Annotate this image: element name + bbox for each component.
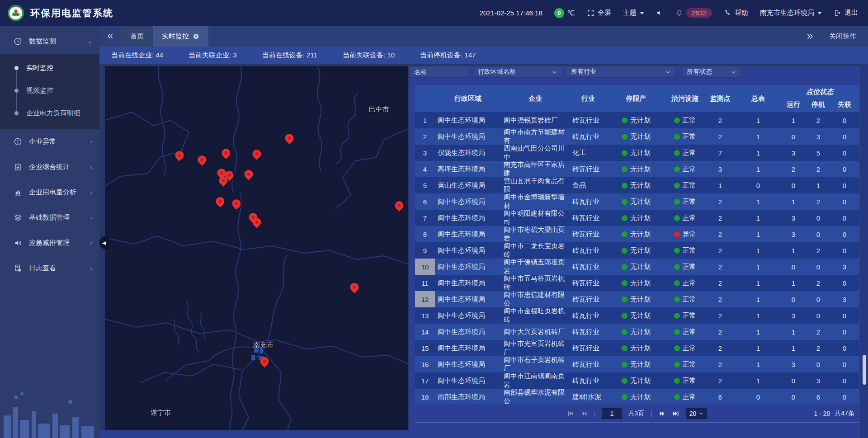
close-icon[interactable] (193, 33, 199, 40)
table-row[interactable]: 13阆中生态环境局阆中市金福旺页岩机砖砖瓦行业无计划正常21300 (415, 307, 859, 324)
tab-realtime-monitor[interactable]: 实时监控 (153, 26, 208, 47)
region-select[interactable]: 行政区域名称 (473, 66, 562, 78)
chevron-left-icon: ‹ (90, 240, 92, 246)
last-page-button[interactable] (672, 410, 679, 417)
double-chevron-right-icon[interactable] (806, 33, 814, 40)
sidebar-item-7[interactable]: 日志查看‹ (0, 255, 99, 281)
table-row[interactable]: 12阆中生态环境局阆中市忠信建材有限公砖瓦行业无计划正常21003 (415, 291, 859, 307)
cell-points: 2 (704, 324, 736, 340)
status-dot-green (674, 329, 680, 335)
industry-select[interactable]: 所有行业 (566, 66, 676, 78)
table-row[interactable]: 11阆中生态环境局阆中市五马桥页岩机砖砖瓦行业无计划正常21120 (415, 275, 859, 291)
table-row[interactable]: 14阆中生态环境局阆中大兴页岩机砖厂砖瓦行业无计划正常21120 (415, 324, 859, 340)
cell-facility-label: 正常 (683, 393, 696, 401)
cell-meters: 1 (736, 275, 780, 291)
cell-limit-label: 无计划 (630, 132, 651, 141)
table-row[interactable]: 4高坪生态环境局南充市高坪区王家店建砖瓦行业无计划正常31220 (415, 161, 859, 177)
status-select[interactable]: 所有状态 (682, 66, 741, 78)
cell-stop: 2 (807, 340, 830, 356)
sidebar-item-1[interactable]: 数据监测⌄ (0, 28, 99, 54)
logout-button[interactable]: 退出 (834, 9, 858, 17)
cell-facility-label: 正常 (683, 263, 696, 271)
sidebar-subitem-1[interactable]: 实时监控 (0, 57, 99, 79)
table-row[interactable]: 7阆中生态环境局阆中明阳建材有限公司砖瓦行业无计划正常21300 (415, 210, 859, 226)
notification-area[interactable]: 2632 (675, 8, 712, 18)
bullet-icon (14, 66, 19, 70)
sidebar-item-6[interactable]: 应急减排管理‹ (0, 230, 99, 255)
table-row[interactable]: 6阆中生态环境局阆中市金博瑞新型墙材砖瓦行业无计划正常21120 (415, 193, 859, 210)
first-page-button[interactable] (567, 410, 574, 417)
total-pages-label: 共3页 (628, 410, 644, 418)
cell-meters: 1 (736, 356, 780, 372)
cell-meters: 1 (736, 128, 780, 145)
col-lost: 失联 (830, 97, 859, 112)
tab-home[interactable]: 首页 (121, 26, 153, 47)
table-row[interactable]: 2阆中生态环境局阆中市南方节能建材有砖瓦行业无计划正常21030 (415, 128, 859, 145)
temperature-unit: ℃ (567, 9, 575, 17)
cell-facility-label: 正常 (683, 198, 696, 206)
org-dropdown[interactable]: 南充市生态环境局 (760, 9, 822, 17)
cell-limit: 无计划 (607, 242, 665, 259)
close-operations-button[interactable]: 关闭操作 (829, 32, 856, 41)
map-city-label: 遂宁市 (151, 409, 171, 417)
bullet-icon (14, 111, 19, 115)
status-dot-green (674, 134, 680, 140)
table-row[interactable]: 9阆中生态环境局阆中市二龙长宝页岩砖砖瓦行业无计划正常21120 (415, 242, 859, 259)
sidebar-item-4[interactable]: 企业用电量分析‹ (0, 179, 99, 205)
gauge-icon (14, 37, 22, 46)
pager-divider: | (651, 410, 652, 417)
cell-run: 0 (780, 372, 807, 389)
chevron-left-icon: ‹ (90, 214, 92, 221)
table-row[interactable]: 10阆中生态环境局阆中千佛镇五郎垭页岩砖瓦行业无计划正常21003 (415, 259, 859, 275)
cell-company: 西南油气田分公司川中 (501, 145, 570, 161)
name-search-input[interactable] (414, 68, 464, 75)
map-panel[interactable]: 巴中市南充市遂宁市 (105, 66, 408, 430)
table-row[interactable]: 18南部生态环境局南部县砚华水泥有限公建材|水泥无计划正常60060 (415, 389, 859, 404)
cell-facility: 正常 (665, 259, 704, 275)
table-row[interactable]: 1阆中生态环境局阆中强锐页岩砖厂砖瓦行业无计划正常21120 (415, 112, 859, 128)
sidebar-item-2[interactable]: 企业异常‹ (0, 129, 99, 154)
row-index-cell: 1 (415, 112, 435, 128)
table-row[interactable]: 15阆中生态环境局阆中市光富页岩机砖厂砖瓦行业无计划正常21120 (415, 340, 859, 356)
row-index-cell: 8 (415, 226, 435, 242)
sidebar-subitem-2[interactable]: 视频监控 (0, 79, 99, 102)
scrollbar-thumb[interactable] (863, 355, 866, 385)
page-size-select[interactable]: 20 (686, 408, 708, 419)
sidebar-subitem-3[interactable]: 企业电力负荷明细 (0, 102, 99, 124)
next-page-button[interactable] (659, 410, 666, 417)
cell-company: 营山县润丰肉食品有限 (501, 177, 570, 193)
table-row[interactable]: 3仪陇生态环境局西南油气田分公司川中化工无计划正常71350 (415, 145, 859, 161)
sidebar-item-3[interactable]: 企业综合统计‹ (0, 154, 99, 179)
stats-bar: 当前在线企业: 44当前失联企业: 3当前在线设备: 211当前失联设备: 10… (99, 47, 868, 64)
table-row[interactable]: 5营山生态环境局营山县润丰肉食品有限食品无计划正常10010 (415, 177, 859, 193)
table-row[interactable]: 16阆中生态环境局阆中市石子页岩机砖厂砖瓦行业无计划正常21300 (415, 356, 859, 372)
col-run: 运行 (780, 97, 807, 112)
megaphone-icon (14, 239, 22, 247)
cell-limit-label: 无计划 (630, 311, 651, 320)
table-row[interactable]: 8阆中生态环境局阆中市枣碧大梁山页岩砖瓦行业无计划异常21300 (415, 226, 859, 242)
map-collapse-handle[interactable]: ◀ (99, 236, 109, 249)
cell-stop: 2 (807, 112, 830, 128)
cell-run: 1 (780, 324, 807, 340)
table-row[interactable]: 17阆中生态环境局阆中市江南镇阆南页岩砖瓦行业无计划正常21030 (415, 372, 859, 389)
cell-points: 2 (704, 242, 736, 259)
theme-dropdown[interactable]: 主题 (623, 9, 644, 17)
cell-limit-label: 无计划 (630, 149, 651, 157)
temperature-badge: 0 (554, 8, 564, 18)
tabs-scroll-left-button[interactable] (99, 26, 121, 47)
help-button[interactable]: 帮助 (724, 9, 748, 17)
chevron-down-icon: ⌄ (87, 38, 92, 45)
cell-region: 仪陇生态环境局 (435, 145, 501, 161)
filter-bar: 行政区域名称 所有行业 所有状态 (409, 66, 860, 78)
prev-page-button[interactable] (580, 410, 588, 417)
cell-limit-label: 无计划 (630, 116, 651, 125)
cell-run: 2 (780, 161, 807, 177)
cell-region: 阆中生态环境局 (435, 128, 501, 145)
sidebar-item-label: 数据监测 (29, 37, 56, 46)
cell-limit: 无计划 (607, 161, 665, 177)
fullscreen-button[interactable]: 全屏 (587, 9, 611, 17)
top-header: 环保用电监管系统 2021-02-25 17:46:18 0 ℃ 全屏 主题 2… (0, 0, 868, 26)
page-number-input[interactable] (602, 408, 622, 419)
sidebar-item-5[interactable]: 基础数据管理‹ (0, 205, 99, 230)
sound-button[interactable] (656, 9, 664, 17)
